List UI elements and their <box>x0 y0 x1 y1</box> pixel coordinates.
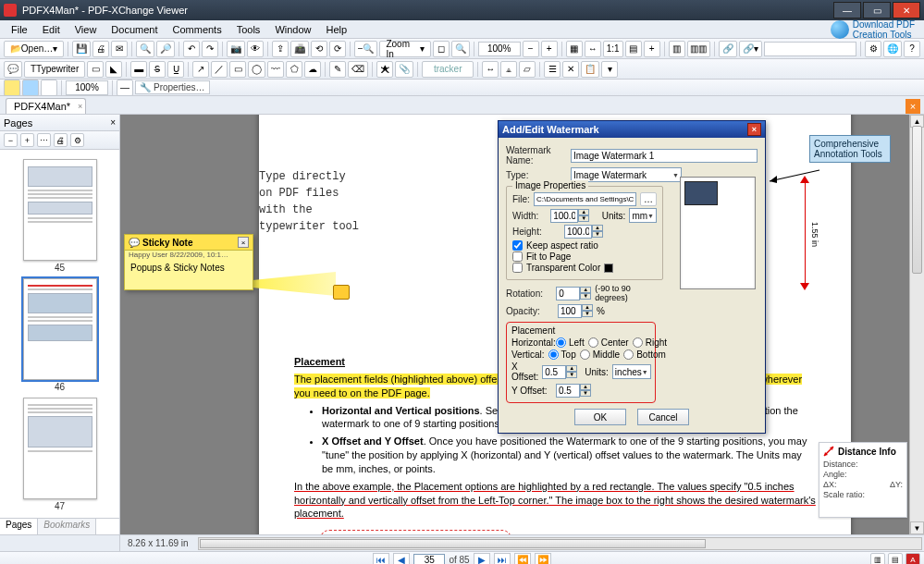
units-place-select[interactable]: inches▼ <box>612 364 651 379</box>
ok-button[interactable]: OK <box>574 409 626 425</box>
scroll-down-icon[interactable]: ▼ <box>910 521 924 534</box>
print-icon[interactable]: 🖨 <box>92 41 109 57</box>
transparent-check[interactable]: Transparent Color <box>512 263 657 273</box>
radio-middle[interactable]: Middle <box>580 349 620 360</box>
link-combo[interactable] <box>764 42 856 56</box>
menu-tools[interactable]: Tools <box>229 24 268 35</box>
fit-plus-icon[interactable]: + <box>644 41 660 57</box>
wm-name-input[interactable] <box>571 149 758 163</box>
browse-icon[interactable]: … <box>640 192 657 206</box>
summarize-icon[interactable]: 📋 <box>581 61 599 78</box>
line-style-icon[interactable]: — <box>117 80 133 96</box>
horizontal-scrollbar[interactable] <box>198 537 922 550</box>
arrow-tool-icon[interactable]: ↗ <box>192 61 209 78</box>
document-tab[interactable]: PDFX4Man* × <box>6 98 86 114</box>
maximize-button[interactable]: ▭ <box>863 2 891 18</box>
properties-button[interactable]: 🔧 Properties… <box>135 80 210 94</box>
email-icon[interactable]: ✉ <box>111 41 128 57</box>
page-layout-icon[interactable]: ▥ <box>669 41 685 57</box>
zoom-field[interactable] <box>478 42 521 56</box>
next-view-button[interactable]: ⏩ <box>535 553 551 564</box>
scroll-thumb[interactable] <box>912 126 922 274</box>
hide-comments-icon[interactable]: ✕ <box>562 61 579 78</box>
prev-view-button[interactable]: ⏪ <box>514 553 531 564</box>
radio-top[interactable]: Top <box>548 349 576 360</box>
lang-icon[interactable]: 🌐 <box>883 41 902 57</box>
actual-size-icon[interactable]: 1:1 <box>603 41 623 57</box>
attach-tool-icon[interactable]: 📎 <box>395 61 413 78</box>
tracker-logo-icon[interactable]: tracker <box>422 61 474 78</box>
stamp-tool-icon[interactable]: 🟊 <box>376 61 393 78</box>
menu-file[interactable]: File <box>4 24 35 35</box>
thumbnail[interactable] <box>23 159 97 261</box>
eraser-tool-icon[interactable]: ⌫ <box>348 61 368 78</box>
fit-page-check[interactable]: Fit to Page <box>512 251 657 262</box>
menu-comments[interactable]: Comments <box>166 24 229 35</box>
menu-document[interactable]: Document <box>104 24 165 35</box>
snapshot-icon[interactable]: 📷 <box>227 41 245 57</box>
zoom-plus-icon[interactable]: + <box>541 41 558 57</box>
document-viewer[interactable]: Type directly on PDF files with the type… <box>120 115 924 534</box>
xoff-input[interactable] <box>542 365 566 379</box>
export-icon[interactable]: ⇪ <box>272 41 289 57</box>
prefs-icon[interactable]: ⚙ <box>865 41 881 57</box>
page-facing-icon[interactable]: ▥▥ <box>687 41 711 57</box>
radio-center[interactable]: Center <box>588 337 629 348</box>
fill-color-swatch[interactable] <box>4 80 20 96</box>
measure-perim-icon[interactable]: ⟁ <box>500 61 517 78</box>
close-all-tabs-button[interactable]: × <box>906 99 920 114</box>
pages-close-icon[interactable]: × <box>110 117 116 128</box>
units-wh-select[interactable]: mm▼ <box>629 208 657 223</box>
undo-icon[interactable]: ↶ <box>183 41 200 57</box>
zoom-in-button[interactable]: Zoom In ▾ <box>379 41 430 57</box>
thumbs-settings-icon[interactable]: ⚙ <box>70 133 84 147</box>
minimize-button[interactable]: — <box>833 2 861 18</box>
last-page-button[interactable]: ⏭ <box>494 553 511 564</box>
scan-icon[interactable]: 📠 <box>290 41 309 57</box>
page-number-input[interactable] <box>413 554 445 565</box>
rotate-ccw-icon[interactable]: ⟲ <box>311 41 327 57</box>
yoff-input[interactable] <box>556 384 580 398</box>
menu-window[interactable]: Window <box>267 24 318 35</box>
menu-edit[interactable]: Edit <box>35 24 68 35</box>
vertical-scrollbar[interactable]: ▲ ▼ <box>909 115 924 534</box>
measure-area-icon[interactable]: ▱ <box>519 61 536 78</box>
radio-bottom[interactable]: Bottom <box>623 349 666 360</box>
zoom-out-icon[interactable]: −🔍 <box>354 41 378 57</box>
zoom-minus-icon[interactable]: − <box>523 41 539 57</box>
oval-tool-icon[interactable]: ◯ <box>248 61 265 78</box>
keep-aspect-check[interactable]: Keep aspect ratio <box>512 240 657 251</box>
thumbnail[interactable] <box>23 398 97 499</box>
download-banner[interactable]: Download PDFCreation Tools <box>831 19 920 40</box>
open-button[interactable]: 📂 Open… ▾ <box>4 41 64 57</box>
show-comments-icon[interactable]: ☰ <box>544 61 561 78</box>
highlight-tool-icon[interactable]: ▬ <box>130 61 147 78</box>
cancel-button[interactable]: Cancel <box>637 409 689 425</box>
dialog-close-icon[interactable]: × <box>747 123 761 136</box>
radio-right[interactable]: Right <box>633 337 667 348</box>
flatten-icon[interactable]: ▾ <box>601 61 618 78</box>
fit-visible-icon[interactable]: ▤ <box>625 41 642 57</box>
zoom-marquee-icon[interactable]: ◻ <box>433 41 450 57</box>
layout-single-icon[interactable]: ▥ <box>870 553 885 564</box>
callout-tool-icon[interactable]: ◣ <box>105 61 122 78</box>
save-icon[interactable]: 💾 <box>72 41 91 57</box>
prev-page-button[interactable]: ◀ <box>393 553 410 564</box>
link-tool-icon[interactable]: 🔗 <box>719 41 737 57</box>
rotation-input[interactable] <box>556 287 580 300</box>
zoom-loupe-icon[interactable]: 🔍 <box>451 41 470 57</box>
cloud-tool-icon[interactable]: ☁ <box>304 61 321 78</box>
sticky-note-popup[interactable]: 💬 Sticky Note × Happy User 8/22/2009, 10… <box>124 234 253 290</box>
height-input[interactable] <box>564 225 592 239</box>
radio-left[interactable]: Left <box>556 337 585 348</box>
fit-page-icon[interactable]: ▦ <box>566 41 583 57</box>
menu-help[interactable]: Help <box>319 24 355 35</box>
typewriter-tool[interactable]: T Typewriter <box>24 61 85 78</box>
stroke-color-swatch[interactable] <box>22 80 39 96</box>
thumbs-zoom-in-icon[interactable]: + <box>20 133 34 147</box>
close-button[interactable]: ✕ <box>893 2 920 18</box>
width-input[interactable] <box>550 209 578 223</box>
find-icon[interactable]: 🔍 <box>136 41 154 57</box>
thumbs-options-icon[interactable]: ⋯ <box>37 133 51 147</box>
line-tool-icon[interactable]: ／ <box>211 61 228 78</box>
